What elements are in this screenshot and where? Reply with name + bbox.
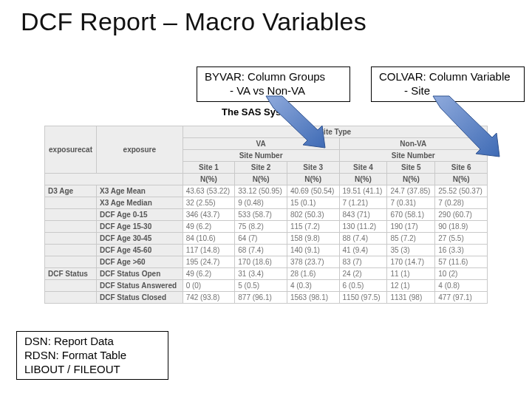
col-site: Site 5 (387, 162, 435, 174)
col-group-nonva: Non-VA (339, 138, 487, 150)
col-exposure: exposure (97, 126, 183, 174)
cell-exposure: DCF Age 30-45 (97, 233, 183, 245)
col-site: Site 1 (183, 162, 235, 174)
cell-value: 130 (11.2) (339, 221, 387, 233)
cell-value: 27 (5.5) (435, 233, 488, 245)
cell-value: 19.51 (41.1) (339, 185, 387, 197)
cell-value: 49 (6.2) (183, 221, 235, 233)
col-group-va: VA (183, 138, 339, 150)
col-sitetype: Site Type (183, 126, 487, 138)
cell-value: 190 (17) (387, 221, 435, 233)
cell-value: 9 (0.48) (235, 197, 287, 209)
col-metric: N(%) (387, 174, 435, 185)
callout-line: - Site (379, 84, 516, 98)
col-sitenum: Site Number (339, 150, 487, 162)
cell-value: 16 (3.3) (435, 245, 488, 256)
cell-cat (45, 280, 97, 292)
cell-exposure: DCF Status Closed (97, 292, 183, 304)
col-metric: N(%) (339, 174, 387, 185)
cell-exposure: X3 Age Median (97, 197, 183, 209)
cell-value: 7 (1.21) (339, 197, 387, 209)
callout-line: BYVAR: Column Groups (205, 70, 342, 84)
cell-cat: DCF Status (45, 268, 97, 280)
cell-value: 1150 (97.5) (339, 292, 387, 304)
cell-cat (45, 233, 97, 245)
col-exposurecat: exposurecat (45, 126, 97, 174)
cell-value: 75 (8.2) (235, 221, 287, 233)
cell-value: 35 (3) (387, 245, 435, 256)
col-site: Site 6 (435, 162, 488, 174)
cell-value: 1131 (98) (387, 292, 435, 304)
cell-value: 40.69 (50.54) (287, 185, 339, 197)
callout-line: - VA vs Non-VA (205, 84, 342, 98)
col-metric: N(%) (235, 174, 287, 185)
slide-title: DCF Report – Macro Variables (21, 7, 366, 36)
cell-cat (45, 256, 97, 268)
cell-value: 0 (0) (183, 280, 235, 292)
cell-value: 90 (18.9) (435, 221, 488, 233)
cell-value: 12 (1) (387, 280, 435, 292)
cell-value: 6 (0.5) (339, 280, 387, 292)
cell-cat: D3 Age (45, 185, 97, 197)
callout-byvar: BYVAR: Column Groups - VA vs Non-VA (197, 66, 350, 102)
sas-system-title: The SAS System (222, 106, 298, 117)
cell-value: 11 (1) (387, 268, 435, 280)
cell-value: 24.7 (37.85) (387, 185, 435, 197)
cell-value: 378 (23.7) (287, 256, 339, 268)
cell-value: 843 (71) (339, 209, 387, 221)
cell-cat (45, 209, 97, 221)
cell-value: 32 (2.55) (183, 197, 235, 209)
cell-exposure: DCF Age 0-15 (97, 209, 183, 221)
cell-value: 88 (7.4) (339, 233, 387, 245)
callout-line: LIBOUT / FILEOUT (24, 363, 160, 377)
col-site: Site 2 (235, 162, 287, 174)
col-site: Site 3 (287, 162, 339, 174)
cell-cat (45, 292, 97, 304)
cell-value: 117 (14.8) (183, 245, 235, 256)
cell-value: 802 (50.3) (287, 209, 339, 221)
cell-value: 7 (0.28) (435, 197, 488, 209)
col-site: Site 4 (339, 162, 387, 174)
cell-exposure: DCF Status Answered (97, 280, 183, 292)
cell-value: 84 (10.6) (183, 233, 235, 245)
cell-value: 4 (0.8) (435, 280, 488, 292)
col-metric: N(%) (287, 174, 339, 185)
cell-cat (45, 245, 97, 256)
cell-value: 31 (3.4) (235, 268, 287, 280)
cell-value: 670 (58.1) (387, 209, 435, 221)
cell-value: 195 (24.7) (183, 256, 235, 268)
cell-value: 33.12 (50.95) (235, 185, 287, 197)
cell-value: 533 (58.7) (235, 209, 287, 221)
cell-value: 346 (43.7) (183, 209, 235, 221)
cell-exposure: DCF Status Open (97, 268, 183, 280)
cell-value: 170 (18.6) (235, 256, 287, 268)
callout-line: RDSN: Format Table (24, 349, 160, 363)
callout-line: COLVAR: Column Variable (379, 70, 516, 84)
cell-value: 158 (9.8) (287, 233, 339, 245)
callout-colvar: COLVAR: Column Variable - Site (371, 66, 525, 102)
col-metric: N(%) (435, 174, 488, 185)
cell-value: 290 (60.7) (435, 209, 488, 221)
cell-value: 4 (0.3) (287, 280, 339, 292)
cell-value: 85 (7.2) (387, 233, 435, 245)
cell-value: 49 (6.2) (183, 268, 235, 280)
cell-value: 877 (96.1) (235, 292, 287, 304)
cell-value: 10 (2) (435, 268, 488, 280)
cell-value: 115 (7.2) (287, 221, 339, 233)
cell-value: 140 (9.1) (287, 245, 339, 256)
cell-value: 41 (9.4) (339, 245, 387, 256)
cell-value: 25.52 (50.37) (435, 185, 488, 197)
cell-value: 24 (2) (339, 268, 387, 280)
cell-exposure: DCF Age >60 (97, 256, 183, 268)
cell-value: 1563 (98.1) (287, 292, 339, 304)
cell-value: 28 (1.6) (287, 268, 339, 280)
col-metric: N(%) (183, 174, 235, 185)
cell-value: 83 (7) (339, 256, 387, 268)
cell-cat (45, 197, 97, 209)
cell-value: 477 (97.1) (435, 292, 488, 304)
cell-value: 68 (7.4) (235, 245, 287, 256)
cell-value: 742 (93.8) (183, 292, 235, 304)
cell-value: 43.63 (53.22) (183, 185, 235, 197)
callout-line: DSN: Report Data (24, 335, 160, 349)
cell-exposure: DCF Age 15-30 (97, 221, 183, 233)
